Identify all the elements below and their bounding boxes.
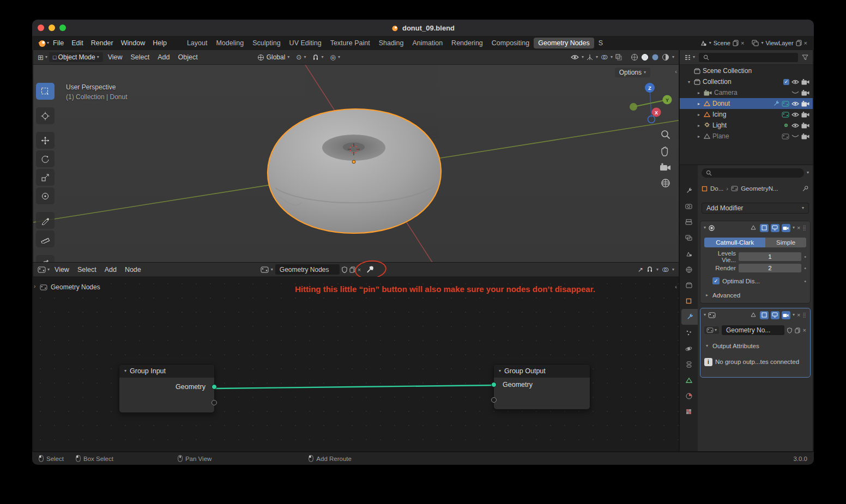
- collapse-panel-icon[interactable]: ▾: [704, 313, 706, 317]
- chevron-down-icon[interactable]: ▾: [761, 41, 763, 45]
- copy-viewlayer-icon[interactable]: [796, 40, 802, 46]
- fake-user-shield-icon[interactable]: [787, 327, 792, 333]
- pin-button[interactable]: [366, 265, 374, 274]
- go-parent-tree-icon[interactable]: ↗: [638, 266, 643, 274]
- workspace-tab-rendering[interactable]: Rendering: [447, 38, 487, 48]
- node-toolbar-toggle[interactable]: ›: [34, 283, 35, 289]
- modifier-extras-icon[interactable]: ▾: [793, 226, 795, 230]
- disable-render-camera-icon[interactable]: [801, 112, 809, 118]
- tool-move[interactable]: [36, 132, 55, 149]
- tab-modifiers[interactable]: [681, 309, 698, 325]
- snap-magnet-icon[interactable]: [312, 54, 319, 61]
- disclosure-triangle-icon[interactable]: ▸: [696, 134, 702, 139]
- tab-world[interactable]: [680, 262, 698, 277]
- tab-collection[interactable]: [680, 277, 698, 293]
- drag-handle-icon[interactable]: ⣿: [802, 225, 807, 230]
- tab-scene[interactable]: [680, 246, 698, 262]
- options-dropdown[interactable]: Options ▾: [615, 68, 650, 77]
- mode-dropdown[interactable]: □ Object Mode ▾: [49, 52, 103, 62]
- show-on-cage-toggle[interactable]: [749, 311, 758, 319]
- node-menu-add[interactable]: Add: [101, 265, 120, 275]
- closed-eye-icon[interactable]: [791, 134, 799, 138]
- levels-viewport-field[interactable]: 1: [739, 252, 801, 261]
- tool-add-cube[interactable]: [36, 255, 55, 262]
- xray-toggle-icon[interactable]: [615, 54, 622, 60]
- visibility-eye-icon[interactable]: [571, 54, 579, 60]
- copy-nodetree-icon[interactable]: [795, 327, 800, 333]
- outliner-row-icing[interactable]: ▸ Icing: [680, 109, 813, 120]
- workspace-tab-layout[interactable]: Layout: [183, 38, 212, 48]
- chevron-down-icon[interactable]: ▾: [709, 41, 711, 45]
- chevron-down-icon[interactable]: ▾: [656, 268, 658, 272]
- outliner-row-donut[interactable]: ▸ Donut: [680, 98, 813, 109]
- group-output-node[interactable]: ▾ Group Output Geometry: [493, 364, 590, 410]
- new-scene-icon[interactable]: [733, 40, 739, 46]
- axis-y-neg-ball[interactable]: [630, 103, 637, 111]
- simple-button[interactable]: Simple: [765, 238, 806, 247]
- disclosure-triangle-icon[interactable]: ▾: [686, 80, 692, 84]
- tab-material[interactable]: [680, 388, 698, 404]
- outliner-row-camera[interactable]: ▸ Camera: [680, 87, 813, 98]
- shading-wireframe-icon[interactable]: [631, 53, 638, 61]
- animate-dot[interactable]: •: [804, 265, 806, 271]
- drag-handle-icon[interactable]: ⣿: [802, 312, 807, 318]
- workspace-tab-sculpting[interactable]: Sculpting: [248, 38, 285, 48]
- advanced-row[interactable]: ▸ Advanced: [700, 290, 810, 300]
- tool-rotate[interactable]: [36, 150, 55, 167]
- tab-constraints[interactable]: [680, 356, 698, 372]
- viewport-menu-object[interactable]: Object: [175, 52, 201, 62]
- camera-view-icon[interactable]: [660, 163, 671, 172]
- shading-rendered-icon[interactable]: [662, 53, 669, 61]
- disable-render-camera-icon[interactable]: [801, 133, 809, 139]
- collapse-panel-icon[interactable]: ▾: [704, 226, 706, 230]
- filter-icon[interactable]: [802, 54, 808, 60]
- tab-render[interactable]: [680, 198, 698, 214]
- tool-cursor[interactable]: [36, 107, 55, 124]
- properties-search-input[interactable]: [702, 168, 804, 178]
- outliner-editor-icon[interactable]: [684, 54, 691, 60]
- disclosure-triangle-icon[interactable]: ▸: [696, 90, 702, 95]
- scene-icon[interactable]: [699, 40, 707, 46]
- node-editor-canvas[interactable]: Geometry Nodes › ‹ Hitting this little “…: [33, 277, 679, 451]
- copy-nodetree-icon[interactable]: [349, 266, 355, 273]
- pin-id-icon[interactable]: [802, 185, 809, 192]
- tool-measure[interactable]: [36, 230, 55, 247]
- node-snap-magnet-icon[interactable]: [646, 266, 653, 273]
- hide-eye-icon[interactable]: [791, 123, 799, 128]
- tab-output[interactable]: [680, 214, 698, 230]
- disclosure-triangle-icon[interactable]: ▸: [696, 112, 702, 117]
- orientation-label[interactable]: Global: [267, 53, 286, 61]
- tab-view-layer[interactable]: [680, 230, 698, 246]
- workspace-tab-shading[interactable]: Shading: [374, 38, 408, 48]
- virtual-input-socket[interactable]: [491, 397, 497, 403]
- viewport-menu-add[interactable]: Add: [154, 52, 173, 62]
- hide-eye-icon[interactable]: [791, 80, 799, 84]
- show-on-cage-toggle[interactable]: [749, 224, 758, 232]
- disable-render-camera-icon[interactable]: [801, 79, 809, 85]
- chevron-down-icon[interactable]: ▾: [582, 55, 584, 59]
- delete-modifier-icon[interactable]: ×: [797, 312, 800, 318]
- closed-eye-icon[interactable]: [791, 90, 799, 95]
- viewport-sidebar-toggle[interactable]: ‹: [675, 68, 677, 75]
- overlays-toggle-icon[interactable]: [601, 54, 608, 60]
- tool-select-box[interactable]: [36, 83, 55, 100]
- tab-texture[interactable]: [680, 404, 698, 420]
- outliner-row-plane[interactable]: ▸ Plane: [680, 131, 813, 142]
- zoom-window-button[interactable]: [59, 25, 66, 31]
- show-in-viewport-toggle[interactable]: [771, 224, 779, 232]
- breadcrumb-object[interactable]: Do...: [710, 185, 723, 192]
- tool-scale[interactable]: [36, 169, 55, 186]
- geonodes-name-field[interactable]: Geometry No...: [722, 325, 784, 335]
- chevron-down-icon[interactable]: ▾: [47, 268, 50, 272]
- virtual-output-socket[interactable]: [211, 400, 217, 405]
- disclosure-triangle-icon[interactable]: ▸: [696, 101, 702, 106]
- workspace-tab-animation[interactable]: Animation: [408, 38, 448, 48]
- hide-eye-icon[interactable]: [791, 112, 799, 117]
- show-in-render-toggle[interactable]: [782, 311, 790, 319]
- collection-exclude-checkbox[interactable]: ✓: [783, 79, 789, 85]
- chevron-down-icon[interactable]: ▾: [338, 55, 340, 59]
- menu-help[interactable]: Help: [149, 38, 171, 48]
- nodetree-name-field[interactable]: Geometry Nodes: [275, 264, 340, 275]
- collapse-node-icon[interactable]: ▾: [124, 369, 126, 373]
- disable-render-camera-icon[interactable]: [801, 90, 809, 96]
